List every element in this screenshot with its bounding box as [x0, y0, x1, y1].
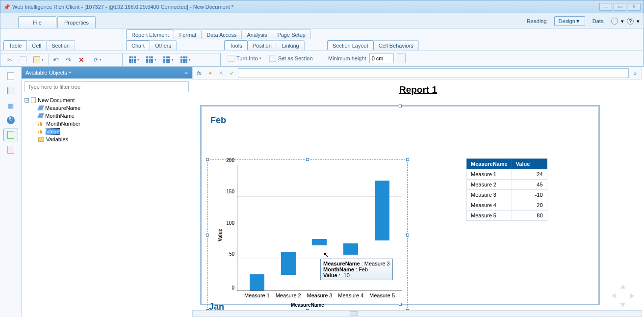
copy-button[interactable] [17, 54, 29, 65]
table-template-1[interactable]: ▾ [127, 54, 142, 65]
page-nav-left[interactable] [612, 293, 616, 298]
formula-expand-button[interactable]: » [631, 69, 640, 78]
side-panel-header[interactable]: Available Objects ▾ « [22, 67, 192, 79]
cursor-icon: ↖ [323, 251, 329, 259]
tab-properties[interactable]: Properties [57, 16, 96, 28]
set-as-section-button[interactable]: Set as Section [267, 53, 315, 64]
turn-into-button[interactable]: Turn Into▾ [225, 53, 264, 64]
resize-handle-rc[interactable] [406, 234, 409, 237]
vbtn-filters[interactable]: ▦ [3, 99, 18, 112]
table-row[interactable]: Measure 420 [467, 200, 547, 211]
subtab-table[interactable]: Table [3, 40, 27, 50]
subtab-position[interactable]: Position [247, 40, 277, 50]
tab-report-element[interactable]: Report Element [126, 29, 174, 39]
page-nav-up[interactable] [620, 285, 625, 289]
vbtn-data-sources[interactable]: ↻ [3, 114, 18, 127]
filter-tree-input[interactable] [25, 82, 188, 92]
table-template-2[interactable]: ▾ [144, 54, 159, 65]
formula-input[interactable] [238, 68, 629, 78]
resize-handle-tl[interactable] [206, 158, 209, 161]
bar-measure-4[interactable] [343, 243, 358, 255]
subtab-section-layout[interactable]: Section Layout [327, 40, 374, 50]
redo-icon: ↷ [66, 56, 72, 64]
subtab-section[interactable]: Section [46, 40, 75, 50]
tree-item-variables[interactable]: Variables [25, 135, 189, 143]
table-row[interactable]: Measure 124 [467, 169, 547, 180]
close-button[interactable]: × [628, 3, 641, 11]
gear-dropdown[interactable]: ▾ [621, 18, 624, 25]
page-nav-right[interactable] [630, 293, 634, 298]
formula-wizard-button[interactable]: ✦ [206, 69, 214, 78]
bar-measure-1[interactable] [250, 274, 264, 291]
tab-page-setup[interactable]: Page Setup [272, 29, 311, 39]
min-height-spinner[interactable] [397, 53, 406, 63]
scroll-thumb[interactable] [350, 311, 358, 316]
subtab-tools[interactable]: Tools [224, 40, 248, 50]
tree-item-measurename[interactable]: MeasureName [25, 104, 189, 112]
bar-measure-5[interactable] [375, 181, 389, 240]
undo-button[interactable]: ↶ [51, 54, 61, 65]
tab-format[interactable]: Format [174, 29, 202, 39]
table-row[interactable]: Measure 3-10 [467, 190, 547, 200]
delete-button[interactable]: ✕ [76, 54, 87, 65]
table-icon [163, 56, 170, 63]
section-frame-feb[interactable]: Feb Value MeasureName [200, 105, 600, 305]
table-template-4[interactable]: ▾ [178, 54, 193, 65]
maximize-button[interactable]: ▭ [614, 3, 626, 11]
cut-button[interactable]: ✂ [4, 54, 15, 65]
tab-analysis[interactable]: Analysis [241, 29, 272, 39]
tree-item-label: MeasureName [45, 105, 80, 111]
report-canvas[interactable]: Report 1 Feb Val [192, 80, 644, 317]
mode-reading[interactable]: Reading [522, 16, 551, 26]
bar-measure-3[interactable] [312, 239, 327, 245]
table-row[interactable]: Measure 245 [467, 180, 547, 190]
vbtn-doc-summary[interactable] [3, 70, 18, 82]
tree-item-label: Variables [46, 136, 68, 142]
refresh-button[interactable]: ⟳▾ [91, 54, 104, 65]
redo-button[interactable]: ↷ [63, 54, 74, 65]
bar-measure-2[interactable] [281, 252, 296, 275]
xtick: Measure 2 [276, 292, 301, 298]
frame-handle-top[interactable] [399, 105, 402, 107]
subtab-cell-behaviors[interactable]: Cell Behaviors [373, 40, 419, 50]
page-nav-down[interactable] [620, 303, 625, 307]
table-template-3[interactable]: ▾ [161, 54, 176, 65]
help-dropdown[interactable]: ▾ [637, 18, 640, 25]
help-icon[interactable]: ? [627, 18, 634, 25]
formula-cancel-button[interactable]: ✕ [216, 69, 225, 78]
tree-item-monthnumber[interactable]: MonthNumber [25, 120, 189, 128]
fx-button[interactable]: fx [195, 69, 204, 78]
resize-handle-lc[interactable] [206, 234, 209, 237]
canvas-hscroll[interactable] [192, 310, 642, 317]
vbtn-nav-map[interactable] [3, 84, 18, 97]
tab-data-access[interactable]: Data Access [201, 29, 242, 39]
collapse-panel-icon[interactable]: « [185, 70, 188, 76]
minimize-button[interactable]: — [599, 3, 612, 11]
undo-icon: ↶ [53, 56, 59, 64]
min-height-field[interactable]: 0 cm [369, 53, 394, 63]
subtab-cell[interactable]: Cell [26, 40, 47, 50]
resize-handle-tr[interactable] [406, 158, 409, 161]
tree-item-value[interactable]: Value [25, 128, 189, 135]
delete-icon: ✕ [78, 56, 84, 64]
mode-data[interactable]: Data [588, 16, 608, 26]
objects-icon [7, 131, 14, 139]
table-row[interactable]: Measure 580 [467, 211, 547, 221]
paste-button[interactable]: ▾ [31, 54, 46, 65]
tree-item-monthname[interactable]: MonthName [25, 112, 189, 120]
subtab-chart[interactable]: Chart [126, 40, 150, 50]
mode-design[interactable]: Design▼ [554, 16, 585, 26]
formula-validate-button[interactable]: ✓ [227, 69, 236, 78]
vbtn-doc-structure[interactable] [3, 143, 18, 156]
gear-icon[interactable] [611, 18, 618, 25]
chart-object[interactable]: Value MeasureName 0 50 100 150 200 [207, 159, 408, 311]
data-table[interactable]: MeasureName Value Measure 124 Measure 24… [466, 158, 547, 221]
paste-icon [33, 56, 40, 63]
subtab-others[interactable]: Others [150, 40, 177, 50]
resize-handle-tc[interactable] [306, 158, 309, 161]
subtab-linking[interactable]: Linking [277, 40, 305, 50]
tree-root[interactable]: − New Document [25, 96, 189, 104]
vbtn-available-objects[interactable] [3, 129, 18, 141]
expand-icon[interactable]: − [25, 98, 29, 103]
tab-file[interactable]: File [18, 16, 56, 28]
